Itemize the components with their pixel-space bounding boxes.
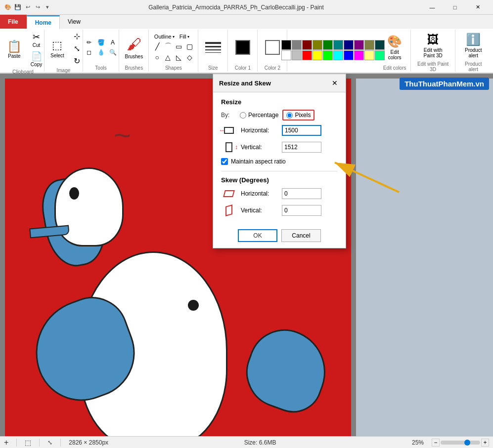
aspect-ratio-row: Maintain aspect ratio [221,158,338,165]
color-lightyellow[interactable] [364,50,374,60]
shape-rect[interactable]: ▭ [174,41,184,51]
color-maroon[interactable] [302,40,312,50]
statusbar-sep3 [60,439,61,447]
statusbar-size: Size: 6.6MB [244,439,276,446]
close-button[interactable]: ✕ [466,0,489,15]
skew-vertical-label: Vertical: [241,207,278,214]
size-1px[interactable] [205,52,221,53]
percentage-radio-label[interactable]: Percentage [240,112,278,119]
tab-home[interactable]: Home [27,15,60,29]
tab-file[interactable]: File [0,15,27,29]
color-purple[interactable] [354,40,364,50]
watermark: ThuThuatPhanMem.vn [400,78,489,90]
zoom-slider[interactable] [441,441,480,445]
zoom-controls: − + [432,439,489,447]
shape-ellipse[interactable]: ○ [152,52,162,62]
color-yellow[interactable] [313,50,322,60]
size-3px[interactable] [205,46,221,47]
copy-button[interactable]: 📄 Copy [29,50,44,68]
color-olive[interactable] [313,40,322,50]
select-icon: ⬚ [52,39,62,52]
quick-redo-icon[interactable]: ↪ [34,3,42,11]
size-2px[interactable] [205,49,221,50]
percentage-radio[interactable] [240,112,246,119]
fill-icon: 🪣 [97,39,105,46]
paint3d-icon: 🖼 [427,33,439,46]
outline-fill-row: Outline ▾ Fill ▾ [152,33,195,41]
aspect-ratio-checkbox[interactable] [221,158,228,165]
color-silver[interactable] [292,50,302,60]
color-blue[interactable] [344,50,354,60]
resize-button[interactable]: ⤡ [72,43,82,54]
selection-icon: ⬚ [25,439,31,447]
color-white[interactable] [281,50,291,60]
color-green[interactable] [323,40,333,50]
product-alert-content: ℹ️ Product alert [459,31,487,60]
tab-view[interactable]: View [60,15,89,29]
crop-button[interactable]: ⊹ [72,31,82,42]
skew-horizontal-input[interactable] [282,188,321,199]
shape-diamond[interactable]: ◇ [185,52,195,62]
color2-content [265,31,280,64]
skew-vertical-input[interactable] [282,205,321,216]
shapes-group: Outline ▾ Fill ▾ ╱ ⌒ ▭ ▢ ○ [149,30,198,72]
quick-undo-icon[interactable]: ↩ [24,3,32,11]
shape-line[interactable]: ╱ [152,41,162,51]
pencil-button[interactable]: ✏ [84,38,94,47]
tools-content: ✏ 🪣 A ◻ 💧 🔍 [84,31,118,64]
cancel-button[interactable]: Cancel [281,229,321,242]
ribbon-tabs: File Home View [0,15,493,29]
fill-button[interactable]: 🪣 [95,38,106,47]
cut-button[interactable]: ✂ Cut [29,31,44,49]
bird-eye1 [69,187,79,200]
zoom-thumb[interactable] [464,440,470,446]
text-button[interactable]: A [107,38,118,47]
color-black[interactable] [281,40,291,50]
horizontal-input[interactable] [282,125,321,136]
color-olive2[interactable] [364,40,374,50]
select-button[interactable]: ⬚ Select [45,37,70,60]
edit-colors-button[interactable]: 🎨 Edit colors [383,33,406,62]
fill-dropdown[interactable]: Fill ▾ [178,33,191,41]
paste-button[interactable]: 📋 Paste [2,39,27,61]
zoom-in-button[interactable]: + [481,439,489,447]
vertical-input[interactable] [282,142,321,153]
paint3d-group-label: Edit with Paint 3D [415,61,451,72]
quick-dropdown-icon[interactable]: ▾ [44,3,51,11]
eyedropper-button[interactable]: 💧 [95,48,106,57]
eyedropper-icon: 💧 [97,49,105,56]
minimize-button[interactable]: — [421,0,444,15]
size-options [205,42,221,53]
shape-triangle[interactable]: △ [163,52,173,62]
eraser-button[interactable]: ◻ [84,48,94,57]
rotate-button[interactable]: ↻ [72,55,82,67]
magnifier-button[interactable]: 🔍 [107,48,118,57]
tools-label: Tools [95,65,106,71]
quick-save-icon[interactable]: 💾 [14,3,22,11]
statusbar-plus-icon: + [4,438,8,447]
color-navy[interactable] [344,40,354,50]
maximize-button[interactable]: □ [444,0,466,15]
color2-swatch[interactable] [265,40,280,55]
shape-rounded-rect[interactable]: ▢ [185,41,195,51]
color-lime[interactable] [323,50,333,60]
size-4px[interactable] [205,42,221,44]
shape-curve[interactable]: ⌒ [163,41,173,51]
brushes-button[interactable]: 🖌 Brushes [122,34,146,61]
pixels-radio[interactable] [286,112,293,119]
dialog-close-button[interactable]: ✕ [330,78,340,88]
color-magenta[interactable] [354,50,364,60]
color-cyan[interactable] [333,50,343,60]
color-teal[interactable] [333,40,343,50]
color-gray[interactable] [292,40,302,50]
outline-dropdown[interactable]: Outline ▾ [152,33,177,41]
product-alert-button[interactable]: ℹ️ Product alert [459,31,487,60]
paint3d-button[interactable]: 🖼 Edit with Paint 3D [415,31,451,60]
color1-swatch[interactable] [235,40,250,55]
zoom-out-button[interactable]: − [432,439,440,447]
color-red[interactable] [302,50,312,60]
ok-button[interactable]: OK [238,229,277,242]
color1-display [235,40,250,55]
pixels-radio-label[interactable]: Pixels [282,110,314,121]
shape-right-triangle[interactable]: ◺ [174,52,184,62]
